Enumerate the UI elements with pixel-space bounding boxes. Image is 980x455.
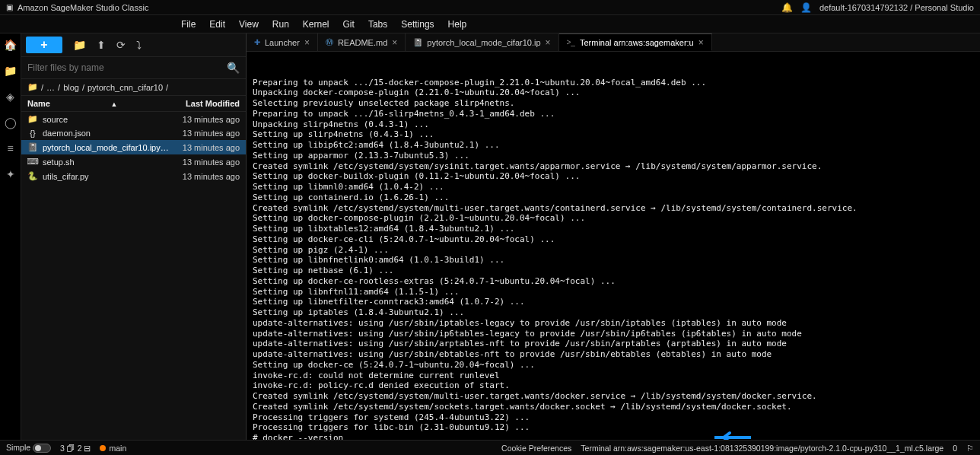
toc-icon[interactable]: ≡ [4, 142, 18, 155]
tab-label: README.md [338, 38, 387, 47]
file-modified: 13 minutes ago [177, 129, 240, 138]
file-toolbar: + 📁 ⬆ ⟳ ⤵ [21, 33, 246, 57]
file-row[interactable]: {}daemon.json13 minutes ago [21, 126, 246, 140]
file-type-icon: 🐍 [27, 171, 38, 181]
search-icon[interactable]: 🔍 [227, 62, 240, 74]
file-modified: 13 minutes ago [177, 172, 240, 181]
window-title: Amazon SageMaker Studio Classic [18, 3, 148, 12]
launcher-tab-icon: ✚ [254, 38, 260, 46]
terminal-output[interactable]: Preparing to unpack .../15-docker-compos… [247, 52, 980, 440]
status-branch[interactable]: main [100, 444, 126, 453]
tab-terminal[interactable]: >_Terminal arn:aws:sagemaker:u× [559, 33, 712, 51]
git-icon[interactable]: ◈ [4, 90, 18, 103]
terminal-text: Preparing to unpack .../15-docker-compos… [253, 78, 974, 441]
tab-launcher[interactable]: ✚Launcher× [247, 33, 318, 51]
menu-kernel[interactable]: Kernel [303, 19, 329, 30]
file-list-header[interactable]: Name ▲ Last Modified [21, 96, 246, 112]
account-label[interactable]: default-1670314792132 / Personal Studio [819, 3, 974, 12]
breadcrumb-root-icon[interactable]: 📁 [27, 82, 38, 92]
menu-run[interactable]: Run [272, 19, 289, 30]
md-tab-icon: Ⓜ [326, 37, 333, 48]
breadcrumb-segment[interactable]: pytorch_cnn_cifar10 [88, 83, 163, 92]
menu-view[interactable]: View [239, 19, 259, 30]
terminal-tab-icon: >_ [567, 38, 575, 46]
file-modified: 13 minutes ago [177, 115, 240, 124]
sort-caret-icon: ▲ [110, 100, 117, 108]
breadcrumb-segment[interactable]: blog [63, 83, 79, 92]
status-number: 0 [953, 444, 957, 453]
status-counts[interactable]: 3 🗍 2 ⊟ [60, 444, 91, 453]
left-icon-rail: 🏠 📁 ◈ ◯ ≡ ✦ [0, 33, 21, 440]
file-name: daemon.json [43, 129, 91, 138]
breadcrumb[interactable]: 📁 / … / blog / pytorch_cnn_cifar10 / [21, 79, 246, 96]
menu-settings[interactable]: Settings [401, 19, 434, 30]
col-name[interactable]: Name [27, 99, 50, 108]
tab-notebook[interactable]: 📓pytorch_local_mode_cifar10.ip× [406, 33, 558, 51]
menu-bar: File Edit View Run Kernel Git Tabs Setti… [0, 15, 980, 33]
file-type-icon: ⌨ [27, 157, 38, 167]
callout-arrow-icon [674, 420, 711, 434]
close-tab-icon[interactable]: × [546, 37, 551, 48]
file-row[interactable]: ⌨setup.sh13 minutes ago [21, 154, 246, 169]
file-name: pytorch_local_mode_cifar10.ipy… [43, 143, 169, 152]
filter-files-box: 🔍 [21, 57, 246, 79]
file-row[interactable]: 🐍utils_cifar.py13 minutes ago [21, 169, 246, 183]
file-type-icon: 📁 [27, 114, 38, 124]
cookie-preferences-link[interactable]: Cookie Preferences [501, 444, 571, 453]
file-name: setup.sh [43, 158, 75, 167]
menu-git[interactable]: Git [343, 19, 355, 30]
close-tab-icon[interactable]: × [304, 37, 310, 48]
file-type-icon: {} [27, 129, 38, 138]
home-icon[interactable]: 🏠 [4, 38, 18, 52]
file-list: 📁source13 minutes ago{}daemon.json13 min… [21, 112, 246, 440]
file-modified: 13 minutes ago [177, 158, 240, 167]
tab-label: Terminal arn:aws:sagemaker:u [580, 38, 694, 47]
git-pull-icon[interactable]: ⤵ [136, 39, 142, 51]
file-name: utils_cifar.py [43, 172, 89, 181]
refresh-icon[interactable]: ⟳ [116, 39, 126, 51]
new-launcher-button[interactable]: + [26, 37, 62, 53]
tab-label: Launcher [265, 38, 300, 47]
file-browser-panel: + 📁 ⬆ ⟳ ⤵ 🔍 📁 / … / blog / pytorch_cnn_c… [21, 33, 247, 440]
status-bar: Simple 3 🗍 2 ⊟ main Cookie Preferences T… [0, 440, 980, 455]
title-bar: ▣ Amazon SageMaker Studio Classic 🔔 👤 de… [0, 0, 980, 15]
file-modified: 13 minutes ago [177, 143, 240, 152]
notebook-tab-icon: 📓 [413, 38, 422, 46]
aws-logo-icon: ▣ [6, 3, 13, 11]
file-type-icon: 📓 [27, 142, 38, 152]
status-bell-icon[interactable]: ⚐ [966, 444, 974, 453]
menu-edit[interactable]: Edit [209, 19, 225, 30]
filter-files-input[interactable] [27, 62, 227, 73]
menu-file[interactable]: File [181, 19, 196, 30]
file-row[interactable]: 📓pytorch_local_mode_cifar10.ipy…13 minut… [21, 140, 246, 154]
tab-bar: ✚Launcher×ⓂREADME.md×📓pytorch_local_mode… [247, 33, 980, 52]
upload-icon[interactable]: ⬆ [97, 39, 106, 51]
close-tab-icon[interactable]: × [698, 37, 704, 48]
tab-label: pytorch_local_mode_cifar10.ip [427, 38, 540, 47]
folder-icon[interactable]: 📁 [4, 64, 18, 78]
terminal-kernel-label[interactable]: Terminal arn:aws:sagemaker:us-east-1:081… [581, 444, 943, 453]
menu-help[interactable]: Help [448, 19, 467, 30]
user-icon[interactable]: 👤 [800, 2, 812, 13]
editor-panel: ✚Launcher×ⓂREADME.md×📓pytorch_local_mode… [247, 33, 980, 440]
file-name: source [43, 115, 68, 124]
col-modified[interactable]: Last Modified [186, 99, 240, 108]
close-tab-icon[interactable]: × [392, 37, 397, 48]
menu-tabs[interactable]: Tabs [368, 19, 387, 30]
running-kernels-icon[interactable]: ◯ [4, 116, 18, 129]
breadcrumb-ellipsis[interactable]: … [46, 83, 55, 92]
status-mode[interactable]: Simple [6, 443, 51, 453]
mode-toggle[interactable] [33, 444, 51, 453]
new-folder-icon[interactable]: 📁 [73, 39, 86, 51]
extensions-icon[interactable]: ✦ [4, 167, 18, 181]
tab-md[interactable]: ⓂREADME.md× [318, 33, 406, 51]
file-row[interactable]: 📁source13 minutes ago [21, 112, 246, 126]
notifications-icon[interactable]: 🔔 [781, 2, 793, 13]
